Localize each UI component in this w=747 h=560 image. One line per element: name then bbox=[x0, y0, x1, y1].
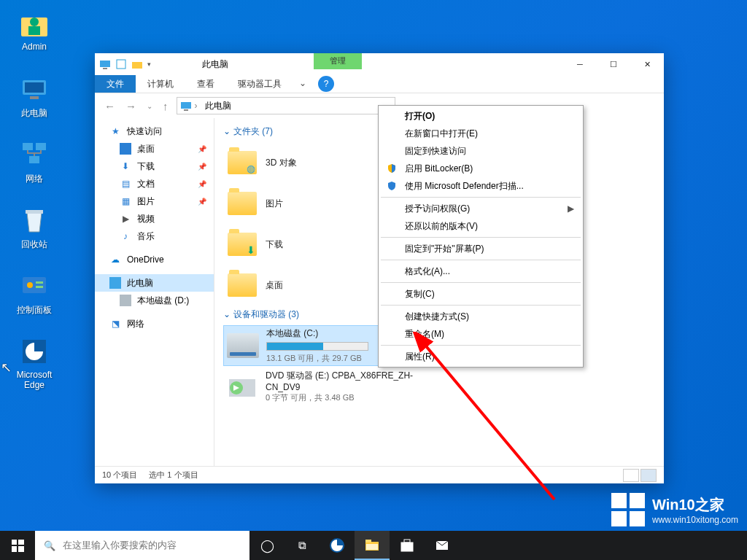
nav-history-button[interactable]: ⌄ bbox=[144, 102, 155, 110]
qat-new-folder-icon[interactable] bbox=[131, 58, 143, 70]
menu-rename[interactable]: 重命名(M) bbox=[380, 325, 581, 343]
sidebar-item-videos[interactable]: ▶视频 bbox=[95, 210, 214, 228]
pin-icon: 📌 bbox=[198, 163, 206, 171]
svg-rect-7 bbox=[36, 143, 46, 150]
menu-open-new-window[interactable]: 在新窗口中打开(E) bbox=[380, 125, 581, 142]
status-bar: 10 个项目 选中 1 个项目 bbox=[95, 466, 664, 483]
nav-up-button[interactable]: ↑ bbox=[160, 100, 171, 112]
pin-icon: 📌 bbox=[198, 198, 206, 206]
taskbar-store[interactable] bbox=[390, 531, 425, 560]
svg-rect-2 bbox=[28, 26, 40, 35]
desktop-icon-admin[interactable]: Admin bbox=[7, 7, 61, 52]
address-box[interactable]: › 此电脑 ⌄ bbox=[177, 97, 395, 114]
menu-defender-scan[interactable]: 使用 Microsoft Defender扫描... bbox=[380, 177, 581, 195]
taskbar-explorer[interactable] bbox=[355, 531, 390, 560]
start-button[interactable] bbox=[0, 531, 35, 560]
menu-copy[interactable]: 复制(C) bbox=[380, 285, 581, 303]
maximize-button[interactable]: ☐ bbox=[597, 53, 630, 75]
sidebar-item-downloads[interactable]: ⬇下载📌 bbox=[95, 158, 214, 175]
menu-pin-quick-access[interactable]: 固定到快速访问 bbox=[380, 142, 581, 160]
ribbon-tab-drive-tools[interactable]: 驱动器工具 bbox=[226, 75, 293, 93]
window-title: 此电脑 bbox=[202, 58, 228, 71]
ribbon-contextual-manage[interactable]: 管理 bbox=[314, 53, 362, 69]
menu-give-access[interactable]: 授予访问权限(G)▶ bbox=[380, 200, 581, 217]
taskbar-edge[interactable] bbox=[320, 531, 355, 560]
desktop-icon-control-panel[interactable]: 控制面板 bbox=[7, 270, 61, 316]
menu-properties[interactable]: 属性(R) bbox=[380, 348, 581, 365]
desktop-icon-this-pc[interactable]: 此电脑 bbox=[7, 73, 61, 120]
help-button[interactable]: ? bbox=[318, 76, 334, 92]
desktop-icon-edge[interactable]: Microsoft Edge bbox=[7, 335, 61, 390]
sidebar-local-disk-d[interactable]: 本地磁盘 (D:) bbox=[95, 292, 214, 309]
windows-logo-icon bbox=[12, 540, 24, 552]
desktop-icon-network[interactable]: 网络 bbox=[7, 139, 61, 185]
svg-rect-10 bbox=[23, 277, 46, 293]
status-item-count: 10 个项目 bbox=[102, 470, 137, 481]
search-icon: 🔍 bbox=[44, 540, 55, 551]
svg-rect-5 bbox=[30, 96, 39, 99]
sidebar-item-music[interactable]: ♪音乐 bbox=[95, 228, 214, 245]
ribbon-tab-view[interactable]: 查看 bbox=[185, 75, 226, 93]
cortana-button[interactable]: ◯ bbox=[249, 531, 285, 560]
status-selection: 选中 1 个项目 bbox=[149, 470, 198, 481]
pictures-icon: ▦ bbox=[120, 195, 131, 207]
sidebar-quick-access[interactable]: ★快速访问 bbox=[95, 122, 214, 140]
menu-open[interactable]: 打开(O) bbox=[380, 107, 581, 125]
defender-icon bbox=[386, 180, 398, 192]
edge-icon bbox=[18, 335, 50, 368]
close-button[interactable]: ✕ bbox=[630, 53, 664, 75]
pc-icon bbox=[109, 277, 121, 289]
folder-desktop[interactable]: 桌面 bbox=[223, 265, 391, 306]
task-view-button[interactable]: ⧉ bbox=[285, 531, 320, 560]
svg-rect-15 bbox=[100, 61, 110, 67]
svg-rect-27 bbox=[366, 544, 378, 550]
qat-properties-icon[interactable] bbox=[115, 58, 127, 70]
svg-rect-28 bbox=[401, 542, 413, 551]
svg-rect-29 bbox=[404, 540, 410, 542]
taskbar-mail[interactable] bbox=[425, 531, 460, 560]
desktop-icon-recycle-bin[interactable]: 回收站 bbox=[7, 204, 61, 251]
drive-icon bbox=[120, 295, 131, 306]
nav-back-button[interactable]: ← bbox=[102, 100, 117, 112]
ribbon-file[interactable]: 文件 bbox=[95, 75, 136, 93]
folder-pictures[interactable]: 图片 bbox=[223, 183, 391, 224]
desktop-label: Admin bbox=[7, 42, 61, 52]
sidebar-item-documents[interactable]: ▤文档📌 bbox=[95, 175, 214, 192]
sidebar-item-desktop[interactable]: 桌面📌 bbox=[95, 140, 214, 158]
desktop-label: 控制面板 bbox=[7, 304, 61, 316]
taskbar-search-input[interactable]: 🔍 在这里输入你要搜索的内容 bbox=[35, 531, 249, 560]
dvd-drive-e[interactable]: DVD 驱动器 (E:) CPBA_X86FRE_ZH-CN_DV9 0 字节 … bbox=[223, 366, 442, 407]
menu-restore-previous[interactable]: 还原以前的版本(V) bbox=[380, 217, 581, 235]
sidebar-onedrive[interactable]: ☁OneDrive bbox=[95, 251, 214, 268]
svg-point-1 bbox=[30, 18, 39, 26]
menu-bitlocker[interactable]: 启用 BitLocker(B) bbox=[380, 160, 581, 177]
drive-c[interactable]: 本地磁盘 (C:) 13.1 GB 可用，共 29.7 GB bbox=[223, 325, 391, 366]
watermark: Win10之家 www.win10xitong.com bbox=[611, 493, 738, 526]
view-tiles-button[interactable] bbox=[640, 469, 657, 482]
folder-downloads[interactable]: ⬇下载 bbox=[223, 224, 391, 265]
svg-rect-9 bbox=[26, 210, 43, 214]
sidebar-network[interactable]: ⬔网络 bbox=[95, 315, 214, 332]
qat-dropdown-icon[interactable]: ▾ bbox=[147, 61, 151, 68]
svg-rect-4 bbox=[25, 82, 44, 93]
search-placeholder: 在这里输入你要搜索的内容 bbox=[63, 539, 177, 552]
desktop-label: 网络 bbox=[7, 173, 61, 185]
sidebar-this-pc[interactable]: 此电脑 bbox=[95, 274, 214, 292]
recycle-bin-icon bbox=[18, 204, 50, 236]
ribbon-expand-icon[interactable]: ⌄ bbox=[293, 75, 312, 93]
sidebar-item-pictures[interactable]: ▦图片📌 bbox=[95, 192, 214, 210]
menu-pin-start[interactable]: 固定到"开始"屏幕(P) bbox=[380, 240, 581, 257]
control-panel-icon bbox=[18, 270, 50, 302]
dvd-icon bbox=[226, 370, 258, 402]
star-icon: ★ bbox=[109, 125, 121, 137]
nav-forward-button[interactable]: → bbox=[123, 100, 139, 112]
ribbon-tab-computer[interactable]: 计算机 bbox=[136, 75, 185, 93]
breadcrumb[interactable]: 此电脑 bbox=[201, 100, 236, 112]
minimize-button[interactable]: ─ bbox=[563, 53, 597, 75]
folder-icon: ⬇ bbox=[226, 228, 258, 260]
folder-3d-objects[interactable]: ◍3D 对象 bbox=[223, 142, 391, 183]
view-details-button[interactable] bbox=[623, 469, 639, 482]
desktop-icon bbox=[120, 143, 131, 155]
menu-format[interactable]: 格式化(A)... bbox=[380, 262, 581, 280]
menu-create-shortcut[interactable]: 创建快捷方式(S) bbox=[380, 308, 581, 325]
